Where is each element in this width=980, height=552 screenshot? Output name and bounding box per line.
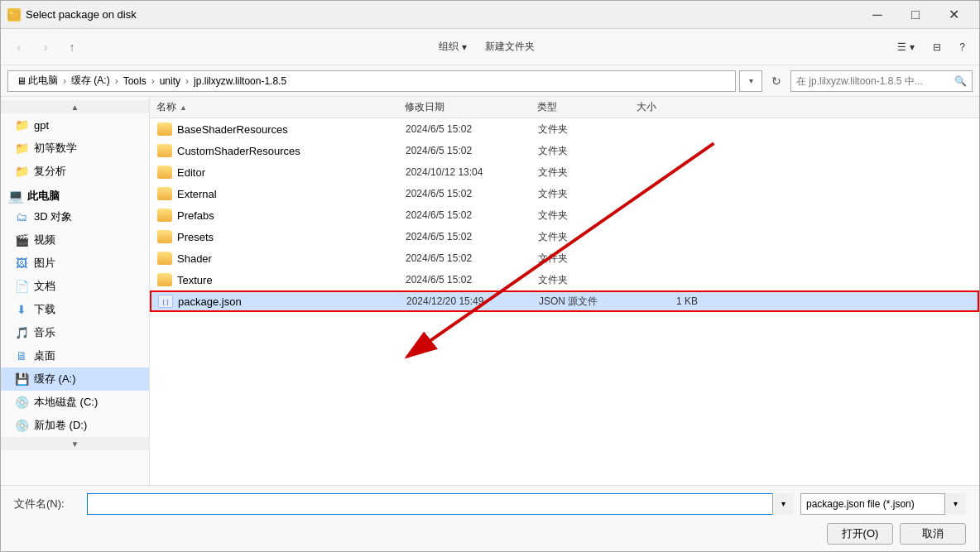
filename-row: 文件名(N): ▾ package.json file (*.json) ▾ bbox=[14, 493, 966, 515]
view-button[interactable]: ☰ ▾ bbox=[890, 36, 922, 59]
file-type-cell: JSON 源文件 bbox=[539, 295, 638, 309]
table-row[interactable]: BaseShaderResources2024/6/5 15:02文件夹 bbox=[150, 118, 979, 140]
main-content: ▲ 📁 gpt 📁 初等数学 📁 复分析 💻 此电脑 🗂 3D 对象 bbox=[1, 97, 979, 485]
sidebar-item-download[interactable]: ⬇ 下载 bbox=[1, 298, 149, 321]
file-name-cell: Presets bbox=[157, 230, 406, 243]
sidebar-item-cacheA[interactable]: 💾 缓存 (A:) bbox=[1, 367, 149, 391]
filename-input-wrapper: ▾ bbox=[87, 493, 794, 515]
file-type-cell: 文件夹 bbox=[538, 252, 637, 266]
svg-rect-1 bbox=[9, 12, 13, 14]
window-controls: ─ □ ✕ bbox=[858, 1, 973, 29]
sidebar: ▲ 📁 gpt 📁 初等数学 📁 复分析 💻 此电脑 🗂 3D 对象 bbox=[1, 97, 150, 485]
sidebar-item-3d[interactable]: 🗂 3D 对象 bbox=[1, 205, 149, 228]
sidebar-scroll-down[interactable]: ▼ bbox=[1, 437, 149, 450]
folder-icon bbox=[157, 144, 172, 157]
col-header-date[interactable]: 修改日期 bbox=[405, 100, 537, 114]
file-type-cell: 文件夹 bbox=[538, 230, 637, 244]
back-button[interactable]: ‹ bbox=[7, 36, 31, 59]
file-type-cell: 文件夹 bbox=[538, 209, 637, 223]
download-icon: ⬇ bbox=[14, 303, 29, 316]
pane-button[interactable]: ⊟ bbox=[925, 36, 949, 59]
music-icon: 🎵 bbox=[14, 326, 29, 339]
toolbar: ‹ › ↑ 组织 ▾ 新建文件夹 ☰ ▾ ⊟ ? bbox=[1, 29, 979, 65]
search-input[interactable] bbox=[796, 75, 951, 87]
title-bar: Select package on disk ─ □ ✕ bbox=[1, 1, 979, 29]
table-row[interactable]: { }package.json2024/12/20 15:49JSON 源文件1… bbox=[150, 290, 979, 312]
up-button[interactable]: ↑ bbox=[60, 36, 84, 59]
col-header-name[interactable]: 名称 ▲ bbox=[156, 100, 405, 114]
file-name-cell: CustomShaderResources bbox=[157, 144, 406, 157]
sidebar-item-picture[interactable]: 🖼 图片 bbox=[1, 252, 149, 275]
breadcrumb-cache[interactable]: 缓存 (A:) bbox=[68, 72, 113, 89]
cancel-button[interactable]: 取消 bbox=[900, 523, 966, 545]
file-type-cell: 文件夹 bbox=[538, 122, 637, 137]
breadcrumb-package[interactable]: jp.lilxyzw.liltoon-1.8.5 bbox=[190, 74, 290, 89]
sidebar-item-label-gpt: gpt bbox=[34, 119, 49, 132]
sidebar-item-video[interactable]: 🎬 视频 bbox=[1, 228, 149, 252]
table-row[interactable]: Editor2024/10/12 13:04文件夹 bbox=[150, 161, 979, 183]
sidebar-section-label-computer: 此电脑 bbox=[27, 189, 60, 204]
filename-label: 文件名(N): bbox=[14, 497, 80, 511]
folder-icon: 📁 bbox=[14, 118, 29, 132]
close-button[interactable]: ✕ bbox=[934, 1, 973, 29]
refresh-button[interactable]: ↻ bbox=[766, 70, 787, 92]
sidebar-item-doc[interactable]: 📄 文档 bbox=[1, 275, 149, 298]
sidebar-item-fuxifen[interactable]: 📁 复分析 bbox=[1, 160, 149, 183]
file-date-cell: 2024/6/5 15:02 bbox=[406, 123, 538, 135]
breadcrumb-dropdown-button[interactable]: ▾ bbox=[739, 70, 762, 92]
sidebar-scroll-up[interactable]: ▲ bbox=[1, 100, 149, 113]
sidebar-item-label-doc: 文档 bbox=[34, 279, 55, 294]
sidebar-item-music[interactable]: 🎵 音乐 bbox=[1, 321, 149, 344]
file-type-cell: 文件夹 bbox=[538, 187, 637, 201]
sidebar-item-label-newD: 新加卷 (D:) bbox=[34, 418, 87, 433]
folder-icon bbox=[157, 166, 172, 179]
file-date-cell: 2024/6/5 15:02 bbox=[406, 252, 538, 264]
file-date-cell: 2024/6/5 15:02 bbox=[406, 231, 538, 242]
sidebar-item-localC[interactable]: 💿 本地磁盘 (C:) bbox=[1, 391, 149, 414]
file-name-cell: Shader bbox=[157, 252, 406, 265]
folder-icon bbox=[157, 230, 172, 243]
table-row[interactable]: CustomShaderResources2024/6/5 15:02文件夹 bbox=[150, 140, 979, 161]
folder-icon bbox=[157, 187, 172, 200]
3d-icon: 🗂 bbox=[14, 210, 29, 223]
filetype-select[interactable]: package.json file (*.json) bbox=[800, 493, 966, 515]
forward-button[interactable]: › bbox=[34, 36, 57, 59]
computer-icon: 💻 bbox=[7, 188, 24, 204]
folder-icon bbox=[157, 209, 172, 222]
breadcrumb-container[interactable]: 🖥 此电脑 › 缓存 (A:) › Tools › unity › jp.lil… bbox=[7, 70, 736, 92]
sidebar-item-label-chudengshu: 初等数学 bbox=[34, 141, 77, 156]
table-row[interactable]: Prefabs2024/6/5 15:02文件夹 bbox=[150, 204, 979, 226]
view-icon: ☰ bbox=[897, 41, 906, 53]
filename-dropdown-button[interactable]: ▾ bbox=[772, 493, 794, 515]
sidebar-item-gpt[interactable]: 📁 gpt bbox=[1, 113, 149, 137]
help-button[interactable]: ? bbox=[952, 36, 973, 59]
table-row[interactable]: External2024/6/5 15:02文件夹 bbox=[150, 183, 979, 204]
local-drive-icon: 💿 bbox=[14, 396, 29, 409]
table-row[interactable]: Shader2024/6/5 15:02文件夹 bbox=[150, 247, 979, 269]
desktop-icon: 🖥 bbox=[14, 349, 29, 362]
sidebar-item-chudengshu[interactable]: 📁 初等数学 bbox=[1, 137, 149, 160]
folder-icon bbox=[157, 252, 172, 265]
sidebar-item-newD[interactable]: 💿 新加卷 (D:) bbox=[1, 414, 149, 437]
organize-button[interactable]: 组织 ▾ bbox=[431, 36, 474, 59]
new-folder-button[interactable]: 新建文件夹 bbox=[478, 36, 542, 59]
open-button[interactable]: 打开(O) bbox=[827, 523, 893, 545]
doc-icon: 📄 bbox=[14, 280, 29, 293]
sidebar-item-label-3d: 3D 对象 bbox=[34, 209, 72, 224]
col-header-type[interactable]: 类型 bbox=[537, 100, 637, 114]
sidebar-item-label-video: 视频 bbox=[34, 233, 55, 247]
view-arrow: ▾ bbox=[910, 41, 915, 53]
minimize-button[interactable]: ─ bbox=[858, 1, 896, 29]
breadcrumb-tools[interactable]: Tools bbox=[120, 74, 150, 89]
video-icon: 🎬 bbox=[14, 233, 29, 247]
file-date-cell: 2024/6/5 15:02 bbox=[406, 188, 538, 199]
col-header-size[interactable]: 大小 bbox=[637, 100, 703, 114]
filename-input[interactable] bbox=[87, 493, 794, 515]
table-row[interactable]: Texture2024/6/5 15:02文件夹 bbox=[150, 269, 979, 290]
maximize-button[interactable]: □ bbox=[896, 1, 934, 29]
breadcrumb-unity[interactable]: unity bbox=[156, 74, 184, 89]
sidebar-item-desktop[interactable]: 🖥 桌面 bbox=[1, 344, 149, 367]
table-row[interactable]: Presets2024/6/5 15:02文件夹 bbox=[150, 226, 979, 247]
breadcrumb-thispc[interactable]: 🖥 此电脑 bbox=[13, 72, 61, 89]
file-type-cell: 文件夹 bbox=[538, 273, 637, 287]
